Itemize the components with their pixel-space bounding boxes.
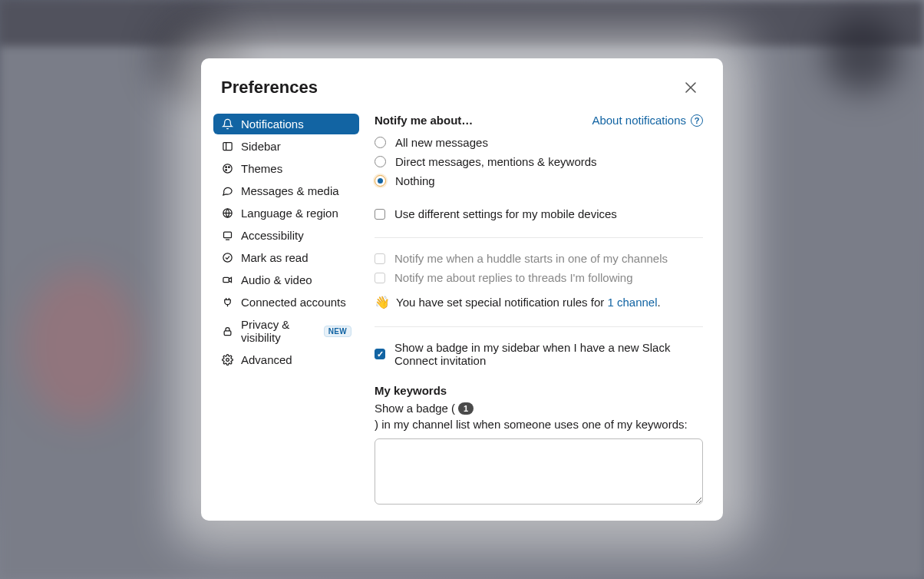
sidebar-item-label: Notifications <box>241 117 304 131</box>
checkbox-icon <box>375 253 385 264</box>
svg-point-4 <box>228 167 229 168</box>
checkbox-label: Notify me when a huddle starts in one of… <box>394 252 668 265</box>
video-icon <box>221 274 233 286</box>
svg-point-3 <box>225 167 226 168</box>
modal-title: Preferences <box>221 78 318 98</box>
sidebar-item-sidebar[interactable]: Sidebar <box>213 136 359 157</box>
notify-heading: Notify me about… <box>375 114 473 127</box>
panel-icon <box>221 141 233 153</box>
radio-icon[interactable] <box>375 175 386 187</box>
radio-icon[interactable] <box>375 156 386 167</box>
close-icon <box>685 82 696 93</box>
svg-point-13 <box>226 359 229 362</box>
sidebar-item-label: Sidebar <box>241 140 281 153</box>
sidebar-item-accessibility[interactable]: Accessibility <box>213 225 359 246</box>
about-notifications-link[interactable]: About notifications ? <box>592 114 703 127</box>
checkbox-icon[interactable] <box>375 209 385 220</box>
sidebar-item-label: Connected accounts <box>241 296 346 309</box>
count-badge: 1 <box>458 402 474 415</box>
check-circle-icon <box>221 252 233 264</box>
checkbox-icon <box>375 273 385 283</box>
checkbox-label: Notify me about replies to threads I'm f… <box>394 271 633 284</box>
svg-rect-0 <box>223 143 231 151</box>
divider <box>375 237 703 238</box>
sidebar-item-label: Messages & media <box>241 184 339 197</box>
notify-heading-row: Notify me about… About notifications ? <box>375 114 703 127</box>
keywords-description: Show a badge ( 1 ) in my channel list wh… <box>375 402 703 431</box>
checkbox-mobile-settings[interactable]: Use different settings for my mobile dev… <box>375 204 703 223</box>
sidebar-item-notifications[interactable]: Notifications <box>213 114 359 134</box>
checkbox-huddle: Notify me when a huddle starts in one of… <box>375 249 703 268</box>
new-badge: NEW <box>324 326 351 337</box>
info-text: You have set special notification rules … <box>396 296 661 309</box>
radio-label: Nothing <box>395 174 435 187</box>
accessibility-icon <box>221 230 233 242</box>
sidebar-item-themes[interactable]: Themes <box>213 158 359 179</box>
plug-icon <box>221 296 233 309</box>
checkbox-threads: Notify me about replies to threads I'm f… <box>375 268 703 287</box>
checkbox-icon[interactable] <box>375 349 385 359</box>
checkbox-label: Show a badge in my sidebar when I have a… <box>394 341 703 367</box>
wave-icon: 👋 <box>375 295 390 309</box>
checkbox-slack-connect-badge[interactable]: Show a badge in my sidebar when I have a… <box>375 338 703 370</box>
sidebar-item-connected-accounts[interactable]: Connected accounts <box>213 292 359 313</box>
bell-icon <box>221 118 233 131</box>
lock-icon <box>221 325 233 337</box>
keywords-heading: My keywords <box>375 384 703 397</box>
radio-icon[interactable] <box>375 137 386 148</box>
radio-nothing[interactable]: Nothing <box>375 171 703 190</box>
svg-point-2 <box>223 164 231 173</box>
modal-body: Notifications Sidebar Themes Messages & … <box>201 111 723 521</box>
sidebar-item-label: Language & region <box>241 207 338 220</box>
sidebar-item-label: Audio & video <box>241 273 312 286</box>
sidebar-item-language-region[interactable]: Language & region <box>213 203 359 223</box>
palette-icon <box>221 163 233 175</box>
svg-point-10 <box>223 253 231 262</box>
svg-point-5 <box>225 170 226 171</box>
sidebar-item-label: Accessibility <box>241 229 304 242</box>
preferences-modal: Preferences Notifications Sidebar <box>201 58 723 521</box>
sidebar-item-label: Advanced <box>241 353 292 366</box>
radio-label: All new messages <box>395 136 488 149</box>
sidebar-item-label: Privacy & visibility <box>241 318 316 344</box>
sidebar-item-label: Mark as read <box>241 251 309 264</box>
keywords-input[interactable] <box>375 438 703 505</box>
svg-rect-11 <box>223 277 229 282</box>
radio-label: Direct messages, mentions & keywords <box>395 155 597 168</box>
channel-link[interactable]: 1 channel <box>607 296 657 309</box>
radio-dm-mentions[interactable]: Direct messages, mentions & keywords <box>375 152 703 171</box>
message-icon <box>221 185 233 197</box>
modal-header: Preferences <box>201 58 723 111</box>
divider <box>375 326 703 327</box>
sidebar-item-audio-video[interactable]: Audio & video <box>213 270 359 290</box>
checkbox-label: Use different settings for my mobile dev… <box>394 207 617 220</box>
special-rules-info: 👋 You have set special notification rule… <box>375 287 703 313</box>
sidebar-item-privacy-visibility[interactable]: Privacy & visibility NEW <box>213 314 359 348</box>
svg-rect-8 <box>223 232 231 238</box>
globe-icon <box>221 207 233 220</box>
sidebar-item-mark-as-read[interactable]: Mark as read <box>213 247 359 268</box>
sidebar-item-label: Themes <box>241 162 282 175</box>
gear-icon <box>221 354 233 366</box>
preferences-sidebar: Notifications Sidebar Themes Messages & … <box>213 111 359 508</box>
help-icon: ? <box>691 114 703 127</box>
sidebar-item-advanced[interactable]: Advanced <box>213 349 359 370</box>
radio-all-messages[interactable]: All new messages <box>375 133 703 152</box>
close-button[interactable] <box>678 75 703 100</box>
svg-rect-12 <box>224 330 231 335</box>
about-link-label: About notifications <box>592 114 686 127</box>
sidebar-item-messages-media[interactable]: Messages & media <box>213 180 359 201</box>
preferences-content: Notify me about… About notifications ? A… <box>367 111 711 508</box>
